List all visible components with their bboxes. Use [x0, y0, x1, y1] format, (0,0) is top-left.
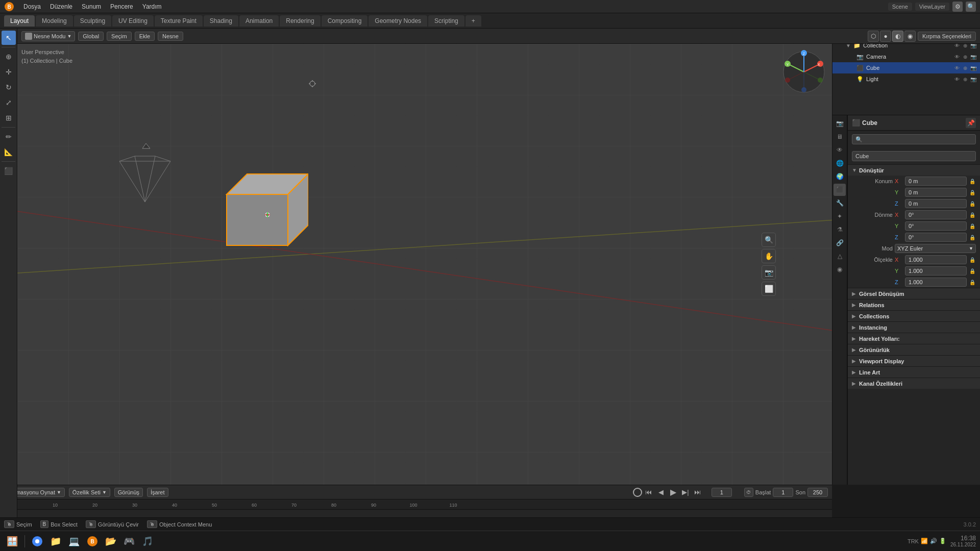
- solid-mode-btn[interactable]: ●: [880, 31, 891, 42]
- prop-search-input[interactable]: [852, 134, 976, 144]
- tab-uv-editing[interactable]: UV Editing: [112, 15, 154, 27]
- tab-layout[interactable]: Layout: [4, 15, 35, 27]
- location-x-lock[interactable]: 🔒: [969, 178, 976, 185]
- prop-gorunurluk[interactable]: ▶ Görünürlük: [848, 344, 980, 355]
- prop-constraints-icon[interactable]: 🔗: [834, 237, 846, 249]
- tool-rotate[interactable]: ↻: [2, 80, 16, 94]
- tool-annotate[interactable]: ✏: [2, 130, 16, 144]
- prop-object-icon[interactable]: ⬛: [834, 184, 846, 196]
- view-dropdown[interactable]: Görünüş: [114, 488, 143, 497]
- rotation-y-lock[interactable]: 🔒: [969, 222, 976, 230]
- prop-hareket-yollari[interactable]: ▶ Hareket Yolları:: [848, 333, 980, 344]
- prop-view-icon[interactable]: 👁: [834, 144, 846, 156]
- location-z-lock[interactable]: 🔒: [969, 200, 976, 207]
- location-y-field[interactable]: 0 m: [905, 188, 967, 197]
- location-x-field[interactable]: 0 m: [905, 177, 967, 186]
- tool-select[interactable]: ↖: [2, 31, 16, 45]
- rotation-x-lock[interactable]: 🔒: [969, 211, 976, 218]
- play-btn[interactable]: ▶: [668, 487, 679, 498]
- prop-pin-btn[interactable]: 📌: [966, 118, 976, 128]
- games-btn[interactable]: 🎮: [121, 533, 137, 549]
- object-btn[interactable]: Nesne: [158, 32, 183, 41]
- jump-end-btn[interactable]: ⏭: [692, 487, 703, 498]
- prop-collections[interactable]: ▶ Collections: [848, 310, 980, 321]
- zoom-to-fit-btn[interactable]: 🔍: [762, 233, 776, 247]
- add-btn[interactable]: Ekle: [135, 32, 155, 41]
- prop-world-icon[interactable]: 🌍: [834, 170, 846, 183]
- current-frame-input[interactable]: [712, 488, 732, 497]
- action-set-dropdown[interactable]: Özellik Seti ▼: [69, 488, 110, 497]
- toggle-overlay-btn[interactable]: ⬜: [762, 282, 776, 296]
- light-vis-render[interactable]: 📷: [970, 76, 977, 83]
- prop-line-art[interactable]: ▶ Line Art: [848, 366, 980, 378]
- tool-add[interactable]: ⬛: [2, 164, 16, 178]
- prop-name-input[interactable]: [852, 151, 976, 161]
- outliner-row-light[interactable]: 💡 Light 👁 ⊕ 📷: [832, 73, 980, 85]
- cam-vis-render[interactable]: 📷: [970, 53, 977, 60]
- tab-modeling[interactable]: Modeling: [36, 15, 73, 27]
- prop-modifier-icon[interactable]: 🔧: [834, 197, 846, 209]
- menu-pencere[interactable]: Pencere: [106, 2, 137, 11]
- tab-shading[interactable]: Shading: [204, 15, 238, 27]
- menu-duzenle[interactable]: Düzenle: [46, 2, 77, 11]
- tool-cursor[interactable]: ⊕: [2, 49, 16, 64]
- scale-x-lock[interactable]: 🔒: [969, 256, 976, 263]
- tab-add[interactable]: +: [465, 15, 481, 27]
- prop-particles-icon[interactable]: ✦: [834, 210, 846, 222]
- prop-viewport-display[interactable]: ▶ Viewport Display: [848, 355, 980, 366]
- files-btn[interactable]: 📂: [103, 533, 119, 549]
- prop-output-icon[interactable]: 🖥: [834, 131, 846, 143]
- prop-material-icon[interactable]: ◉: [834, 263, 846, 276]
- menu-sunum[interactable]: Sunum: [78, 2, 105, 11]
- prop-data-icon[interactable]: △: [834, 250, 846, 262]
- global-btn[interactable]: Global: [78, 32, 104, 41]
- prop-render-icon[interactable]: 📷: [834, 117, 846, 130]
- rotation-z-field[interactable]: 0°: [905, 233, 967, 242]
- end-frame-input[interactable]: [807, 488, 828, 497]
- select-btn[interactable]: Seçim: [107, 32, 132, 41]
- tab-scripting[interactable]: Scripting: [428, 15, 464, 27]
- cam-vis-select[interactable]: ⊕: [962, 53, 969, 60]
- scale-y-lock[interactable]: 🔒: [969, 267, 976, 274]
- file-manager-btn[interactable]: 📁: [47, 533, 64, 549]
- cube-vis-eye[interactable]: 👁: [953, 64, 961, 71]
- rotation-x-field[interactable]: 0°: [905, 210, 967, 219]
- chrome-btn[interactable]: [29, 533, 45, 549]
- tab-sculpting[interactable]: Sculpting: [74, 15, 111, 27]
- scale-y-field[interactable]: 1.000: [905, 266, 967, 276]
- scale-x-field[interactable]: 1.000: [905, 255, 967, 264]
- cam-vis-eye[interactable]: 👁: [953, 53, 961, 60]
- prop-scene-icon[interactable]: 🌐: [834, 157, 846, 169]
- rotation-mode-dropdown[interactable]: XYZ Euler ▼: [895, 244, 976, 253]
- tool-move[interactable]: ✛: [2, 65, 16, 79]
- rotation-z-lock[interactable]: 🔒: [969, 234, 976, 241]
- navigation-gizmo[interactable]: X Y Z: [781, 49, 827, 95]
- cube-vis-render[interactable]: 📷: [970, 64, 977, 71]
- tab-texture-paint[interactable]: Texture Paint: [155, 15, 203, 27]
- scale-z-lock[interactable]: 🔒: [969, 279, 976, 286]
- material-mode-btn[interactable]: ◐: [892, 31, 903, 42]
- prev-frame-btn[interactable]: ◀: [655, 487, 667, 498]
- prop-physics-icon[interactable]: ⚗: [834, 223, 846, 236]
- outliner-row-camera[interactable]: 📷 Camera 👁 ⊕ 📷: [832, 51, 980, 62]
- marker-dropdown[interactable]: İşaret: [147, 488, 168, 497]
- location-y-lock[interactable]: 🔒: [969, 189, 976, 196]
- start-frame-input[interactable]: [773, 488, 793, 497]
- terminal-btn[interactable]: 💻: [66, 533, 82, 549]
- start-btn[interactable]: 🪟: [4, 533, 20, 549]
- prop-instancing[interactable]: ▶ Instancing: [848, 321, 980, 333]
- menu-dosya[interactable]: Dosya: [19, 2, 45, 11]
- prop-kanal-ozellikleri[interactable]: ▶ Kanal Özellikleri: [848, 378, 980, 389]
- tab-geometry-nodes[interactable]: Geometry Nodes: [369, 15, 427, 27]
- menu-yardim[interactable]: Yardım: [138, 2, 166, 11]
- viewport-3d[interactable]: User Perspective (1) Collection | Cube: [17, 44, 832, 485]
- tab-compositing[interactable]: Compositing: [322, 15, 368, 27]
- prop-relations[interactable]: ▶ Relations: [848, 299, 980, 310]
- next-frame-btn[interactable]: ▶|: [680, 487, 691, 498]
- scene-settings-btn[interactable]: ⚙: [952, 2, 963, 12]
- cube-vis-select[interactable]: ⊕: [962, 64, 969, 71]
- prop-gorsel-donusum[interactable]: ▶ Görsel Dönüşüm: [848, 288, 980, 299]
- pan-btn[interactable]: ✋: [762, 249, 776, 263]
- prop-transform-section[interactable]: ▼ Dönüştür: [848, 164, 980, 176]
- search-btn-top[interactable]: 🔍: [966, 2, 976, 12]
